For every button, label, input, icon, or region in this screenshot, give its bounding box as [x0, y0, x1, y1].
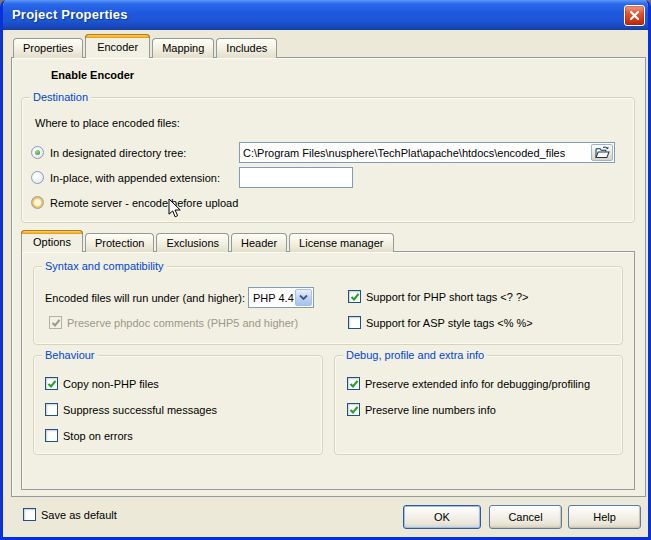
check-icon [349, 379, 359, 389]
radio-in-place[interactable] [31, 171, 44, 184]
where-to-place-label: Where to place encoded files: [35, 117, 180, 130]
radio-designated-directory-label: In designated directory tree: [50, 147, 186, 160]
destination-group-title: Destination [30, 91, 91, 104]
php-version-select[interactable]: PHP 4.4 [248, 287, 314, 308]
radio-in-place-label: In-place, with appended extension: [50, 172, 220, 185]
save-as-default-label: Save as default [41, 509, 117, 522]
preserve-line-numbers-label: Preserve line numbers info [365, 404, 496, 417]
cancel-button[interactable]: Cancel [489, 505, 562, 529]
subtab-options[interactable]: Options [21, 230, 83, 252]
project-properties-dialog: Project Properties Properties Encoder Ma… [0, 0, 651, 540]
close-icon [629, 10, 640, 21]
combo-arrow-button[interactable] [295, 289, 312, 306]
main-tabstrip: Properties Encoder Mapping Includes [13, 34, 277, 58]
asp-tags-label: Support for ASP style tags <% %> [366, 317, 533, 330]
tab-encoder[interactable]: Encoder [85, 34, 150, 58]
suppress-messages-checkbox[interactable] [45, 403, 58, 416]
syntax-group: Syntax and compatibility [33, 266, 623, 345]
open-folder-icon [595, 146, 610, 159]
debug-group-title: Debug, profile and extra info [343, 349, 487, 362]
copy-non-php-checkbox[interactable] [45, 377, 58, 390]
help-button[interactable]: Help [568, 505, 641, 529]
radio-remote-server-label: Remote server - encode before upload [50, 197, 238, 210]
short-tags-checkbox[interactable] [348, 290, 361, 303]
short-tags-label: Support for PHP short tags <? ?> [366, 291, 528, 304]
window-title: Project Properties [12, 7, 128, 22]
php-version-value: PHP 4.4 [249, 292, 298, 304]
check-icon [350, 292, 360, 302]
copy-non-php-label: Copy non-PHP files [63, 378, 159, 391]
directory-path-value: C:\Program Files\nusphere\TechPlat\apach… [240, 147, 568, 159]
check-icon [349, 405, 359, 415]
browse-folder-button[interactable] [591, 144, 613, 161]
preserve-line-numbers-checkbox[interactable] [347, 403, 360, 416]
directory-path-field[interactable]: C:\Program Files\nusphere\TechPlat\apach… [239, 142, 615, 163]
subtab-header[interactable]: Header [231, 233, 287, 252]
phpdoc-checkbox [49, 316, 62, 329]
stop-on-errors-checkbox[interactable] [45, 429, 58, 442]
behaviour-group-title: Behaviour [42, 349, 98, 362]
stop-on-errors-label: Stop on errors [63, 430, 133, 443]
extension-input[interactable] [239, 167, 353, 188]
enable-encoder-label: Enable Encoder [51, 69, 134, 82]
close-button[interactable] [624, 5, 645, 26]
title-bar[interactable]: Project Properties [0, 0, 651, 30]
options-tabstrip: Options Protection Exclusions Header Lic… [21, 229, 394, 252]
tab-includes[interactable]: Includes [216, 38, 277, 58]
mouse-cursor [168, 198, 182, 219]
tab-mapping[interactable]: Mapping [152, 38, 214, 58]
preserve-extended-info-label: Preserve extended info for debugging/pro… [365, 378, 590, 391]
preserve-extended-info-checkbox[interactable] [347, 377, 360, 390]
check-icon [51, 318, 61, 328]
ok-button[interactable]: OK [403, 505, 481, 529]
radio-remote-server[interactable] [31, 196, 44, 209]
syntax-group-title: Syntax and compatibility [42, 260, 167, 273]
suppress-messages-label: Suppress successful messages [63, 404, 217, 417]
subtab-protection[interactable]: Protection [85, 233, 155, 252]
subtab-license-manager[interactable]: License manager [289, 233, 393, 252]
phpdoc-label: Preserve phpdoc comments (PHP5 and highe… [67, 317, 298, 330]
check-icon [47, 379, 57, 389]
radio-designated-directory[interactable] [31, 146, 44, 159]
subtab-exclusions[interactable]: Exclusions [156, 233, 229, 252]
save-as-default-checkbox[interactable] [23, 508, 36, 521]
chevron-down-icon [299, 294, 308, 301]
tab-properties[interactable]: Properties [13, 38, 83, 58]
run-under-label: Encoded files will run under (and higher… [45, 292, 245, 305]
asp-tags-checkbox[interactable] [348, 316, 361, 329]
